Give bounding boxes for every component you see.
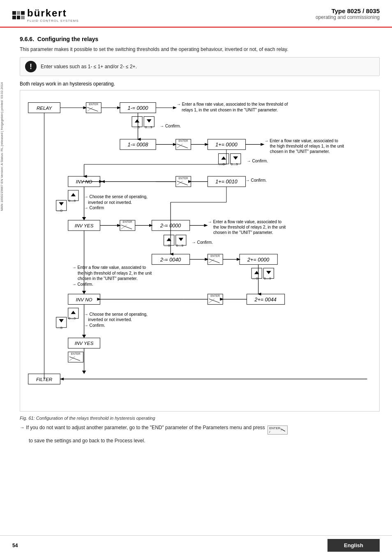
svg-text:0....9: 0....9 — [264, 277, 271, 280]
warning-icon: ! — [25, 61, 37, 72]
svg-text:→ Confirm.: → Confirm. — [160, 124, 181, 128]
svg-text:0....9: 0....9 — [69, 199, 76, 203]
svg-text:1-= 0008: 1-= 0008 — [128, 142, 148, 148]
svg-text:2-= 0040: 2-= 0040 — [160, 257, 181, 263]
svg-text:ENTER: ENTER — [71, 352, 81, 355]
svg-marker-110 — [59, 319, 64, 322]
svg-text:....⊙: ....⊙ — [57, 209, 63, 213]
burkert-logo-squares — [12, 11, 25, 19]
svg-line-5 — [87, 107, 98, 111]
svg-line-46 — [177, 181, 188, 185]
svg-text:ENTER: ENTER — [179, 177, 188, 180]
svg-text:inverted or not inverted.: inverted or not inverted. — [88, 200, 132, 205]
svg-text:chosen in the "UNIT" parameter: chosen in the "UNIT" parameter. — [213, 230, 273, 235]
svg-marker-81 — [179, 238, 184, 241]
svg-text:→ Enter a flow rate value, ass: → Enter a flow rate value, associated to — [208, 220, 281, 224]
logo-text: bürkert FLUID CONTROL SYSTEMS — [27, 7, 79, 23]
sq1 — [12, 11, 16, 15]
type-label: Type 8025 / 8035 — [316, 7, 380, 14]
svg-marker-140 — [82, 291, 86, 294]
sq2 — [17, 11, 21, 15]
svg-marker-14 — [135, 119, 140, 123]
bottom-note-text: → If you do not want to adjust another p… — [20, 425, 289, 435]
svg-text:→ Confirm.: → Confirm. — [84, 323, 105, 328]
svg-text:→ Confirm.: → Confirm. — [192, 240, 213, 245]
svg-text:1-= 0000: 1-= 0000 — [128, 105, 148, 111]
svg-text:0....9: 0....9 — [69, 317, 76, 320]
svg-text:→ Enter a flow rate value, ass: → Enter a flow rate value, associated to — [72, 265, 146, 270]
sq5 — [17, 16, 21, 19]
svg-text:the low threshold of relays 2,: the low threshold of relays 2, in the un… — [213, 225, 286, 229]
logo-area: bürkert FLUID CONTROL SYSTEMS — [12, 7, 79, 23]
svg-line-6 — [87, 107, 93, 111]
page-number: 54 — [12, 543, 18, 548]
svg-text:ENTER: ENTER — [210, 254, 220, 257]
svg-text:ENTER: ENTER — [179, 139, 188, 142]
svg-marker-55 — [71, 193, 76, 197]
language-button[interactable]: English — [327, 539, 380, 552]
fig-caption: Fig. 61: Configuration of the relays thr… — [20, 416, 380, 421]
logo-name: bürkert — [27, 7, 67, 19]
svg-marker-142 — [82, 335, 86, 338]
svg-text:INV NO: INV NO — [76, 297, 92, 302]
svg-text:....⊙: ....⊙ — [57, 326, 63, 330]
svg-text:chosen in the "UNIT" parameter: chosen in the "UNIT" parameter. — [270, 149, 330, 154]
svg-text:INV YES: INV YES — [75, 223, 94, 228]
svg-text:INV YES: INV YES — [75, 340, 94, 346]
sq6 — [21, 16, 25, 19]
warning-text: Enter values such as 1- ≤ 1+ and/or 2- ≤… — [41, 64, 137, 69]
logo-subtitle: FLUID CONTROL SYSTEMS — [27, 19, 79, 23]
main-content: 9.6.6. Configuring the relays This param… — [7, 28, 392, 452]
svg-text:0....9: 0....9 — [145, 125, 152, 129]
svg-line-129 — [69, 357, 80, 361]
bottom-note: → If you do not want to adjust another p… — [20, 425, 380, 435]
svg-text:ENTER: ENTER — [89, 103, 98, 106]
sq3 — [21, 11, 25, 15]
svg-marker-138 — [82, 217, 86, 220]
sq4 — [12, 16, 16, 19]
svg-marker-107 — [71, 311, 76, 314]
hysteresis-text: Both relays work in an hysteresis operat… — [20, 81, 380, 87]
svg-line-25 — [177, 144, 188, 148]
svg-text:→ Enter a flow rate value, ass: → Enter a flow rate value, associated to — [264, 139, 338, 143]
warning-box: ! Enter values such as 1- ≤ 1+ and/or 2-… — [20, 57, 380, 76]
relay-diagram-svg: RELAY ENTER 1-= 0000 → Enter a flow rate… — [24, 95, 375, 406]
svg-text:→ Confirm: → Confirm — [84, 206, 104, 210]
svg-text:ENTER: ENTER — [123, 220, 132, 223]
logo-row: bürkert FLUID CONTROL SYSTEMS — [12, 7, 79, 23]
svg-line-89 — [209, 259, 219, 263]
svg-line-69 — [121, 225, 127, 229]
svg-text:1+= 0000: 1+= 0000 — [215, 142, 237, 148]
svg-text:the high threshold of relays 1: the high threshold of relays 1, in the u… — [270, 144, 344, 148]
svg-text:→ Confirm.: → Confirm. — [247, 159, 268, 163]
svg-marker-38 — [233, 156, 238, 160]
svg-marker-144 — [82, 371, 86, 374]
svg-marker-17 — [147, 119, 152, 123]
svg-text:ENTER: ENTER — [210, 294, 220, 297]
svg-marker-58 — [59, 202, 64, 206]
svg-text:inverted or not inverted.: inverted or not inverted. — [88, 317, 132, 322]
svg-text:→ Choose the sense of operatin: → Choose the sense of operating, — [84, 194, 148, 199]
diagram-container: RELAY ENTER 1-= 0000 → Enter a flow rate… — [20, 90, 380, 412]
svg-text:→ Choose the sense of operatin: → Choose the sense of operating, — [84, 312, 148, 317]
svg-text:→ Confirm.: → Confirm. — [72, 282, 93, 287]
svg-text:0....9: 0....9 — [231, 162, 238, 166]
svg-text:chosen in the "UNIT" parameter: chosen in the "UNIT" parameter. — [78, 276, 138, 281]
svg-line-26 — [177, 144, 183, 148]
svg-text:....⊙: ....⊙ — [134, 125, 140, 129]
svg-text:0....9: 0....9 — [176, 244, 183, 247]
svg-line-118 — [209, 299, 214, 303]
sidebar-text: MAN 1000215667 EN Version: A Status: RL … — [0, 82, 7, 211]
svg-line-68 — [121, 225, 132, 229]
svg-text:→ Confirm.: → Confirm. — [246, 178, 267, 183]
svg-line-90 — [209, 259, 214, 263]
svg-text:relays 1, in the unit chosen i: relays 1, in the unit chosen in the "UNI… — [182, 108, 278, 112]
svg-text:....⊙: ....⊙ — [164, 244, 171, 247]
page-footer: 54 English — [0, 535, 392, 555]
svg-marker-35 — [221, 156, 226, 160]
svg-text:the high threshold of relays 2: the high threshold of relays 2, in the u… — [78, 271, 152, 275]
svg-text:2+= 0044: 2+= 0044 — [254, 297, 276, 303]
section-title: 9.6.6. Configuring the relays — [20, 36, 380, 42]
svg-text:→ Enter a flow rate value, ass: → Enter a flow rate value, associated to… — [177, 102, 288, 106]
header-right: Type 8025 / 8035 operating and commissio… — [316, 7, 380, 20]
